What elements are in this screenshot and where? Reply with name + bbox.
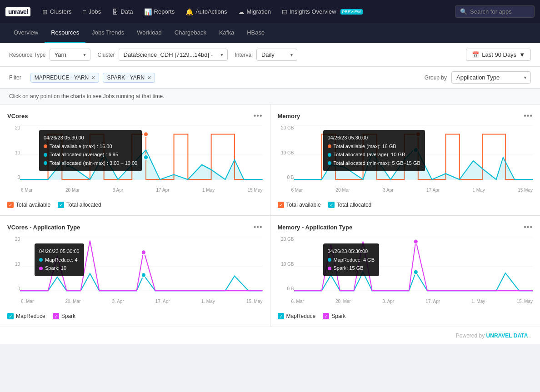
vcores-chart-title: VCores	[7, 113, 28, 119]
group-by-select[interactable]: Application Type	[451, 71, 531, 84]
vcores-legend-available: ✓ Total available	[7, 202, 50, 208]
filter-tag-mapreduce: MAPREDUCE - YARN ×	[30, 73, 100, 83]
tab-chargeback[interactable]: Chargeback	[168, 23, 213, 43]
cluster-select-wrapper: DataScience_CDH [7129...14bd] - YARN	[119, 49, 228, 61]
vcores-app-chart-card: VCores - Application Type ••• 20 10 0	[0, 216, 270, 327]
cluster-label: Cluster	[98, 52, 115, 58]
vcores-chart-area[interactable]: 20 10 0 04/26	[7, 125, 263, 198]
nav-autoactions[interactable]: 🔔 AutoActions	[181, 5, 231, 18]
memory-legend-available: ✓ Total available	[278, 202, 321, 208]
nav-data[interactable]: 🗄 Data	[107, 5, 137, 18]
vcores-spark-check[interactable]: ✓	[53, 313, 59, 319]
nav-clusters[interactable]: ⊞ Clusters	[38, 5, 76, 18]
data-icon: 🗄	[112, 8, 118, 15]
charts-grid: VCores ••• 20 10 0	[0, 104, 540, 327]
svg-point-5	[144, 155, 148, 160]
filter-tag-spark-text: SPARK - YARN	[107, 74, 145, 81]
brand-link[interactable]: UNRAVEL DATA	[486, 332, 528, 339]
memory-app-chart-area[interactable]: 20 GB 10 GB 0 B 04/26/23 05:30:00	[278, 237, 533, 309]
group-by-label: Group by	[425, 74, 447, 81]
memory-available-check[interactable]: ✓	[278, 202, 284, 208]
tab-workload[interactable]: Workload	[130, 23, 168, 43]
memory-app-chart-title: Memory - Application Type	[278, 224, 353, 231]
tab-kafka[interactable]: Kafka	[213, 23, 240, 43]
vcores-chart-card: VCores ••• 20 10 0	[0, 104, 270, 215]
vcores-mapreduce-check[interactable]: ✓	[7, 313, 14, 319]
tab-resources[interactable]: Resources	[45, 23, 85, 43]
svg-point-16	[141, 250, 146, 255]
reports-icon: 📊	[144, 8, 152, 15]
tab-overview[interactable]: Overview	[7, 23, 45, 43]
memory-app-chart-card: Memory - Application Type ••• 20 GB 10 G…	[270, 216, 540, 327]
info-bar: Click on any point on the charts to see …	[0, 89, 540, 104]
vcores-x-axis: 6 Mar 20 Mar 3 Apr 17 Apr 1 May 15 May	[7, 186, 263, 193]
memory-app-x-axis: 6. Mar 20. Mar 3. Apr 17. Apr 1. May 15.…	[278, 297, 533, 304]
vcores-app-more-button[interactable]: •••	[254, 223, 263, 231]
top-nav: unravel ⊞ Clusters ≡ Jobs 🗄 Data 📊 Repor…	[0, 0, 540, 23]
vcores-legend-allocated: ✓ Total allocated	[58, 202, 101, 208]
filter-tags: MAPREDUCE - YARN × SPARK - YARN ×	[30, 73, 415, 83]
svg-point-20	[413, 270, 418, 275]
date-range-button[interactable]: 📅 Last 90 Days ▼	[466, 49, 531, 61]
vcores-available-check[interactable]: ✓	[7, 202, 14, 208]
svg-point-10	[415, 132, 420, 137]
search-box[interactable]: 🔍 Search for apps	[455, 5, 535, 18]
tab-hbase[interactable]: HBase	[240, 23, 271, 43]
group-by-select-wrapper: Application Type	[451, 71, 531, 84]
memory-app-more-button[interactable]: •••	[524, 223, 533, 231]
memory-app-chart-header: Memory - Application Type •••	[278, 223, 533, 231]
autoactions-icon: 🔔	[185, 8, 193, 15]
memory-spark-check[interactable]: ✓	[323, 313, 329, 319]
cluster-select[interactable]: DataScience_CDH [7129...14bd] - YARN	[119, 49, 228, 61]
interval-group: Interval Daily	[235, 49, 297, 61]
memory-app-legend: ✓ MapReduce ✓ Spark	[278, 313, 533, 319]
memory-chart-title: Memory	[278, 113, 300, 119]
tab-jobs-trends[interactable]: Jobs Trends	[85, 23, 130, 43]
filter-label: Filter	[9, 74, 21, 81]
search-icon: 🔍	[460, 8, 467, 15]
vcores-chart-header: VCores •••	[7, 112, 263, 120]
memory-mapreduce-check[interactable]: ✓	[278, 313, 284, 319]
memory-more-button[interactable]: •••	[524, 112, 533, 120]
vcores-legend: ✓ Total available ✓ Total allocated	[7, 202, 263, 208]
nav-jobs[interactable]: ≡ Jobs	[78, 5, 106, 18]
clusters-icon: ⊞	[42, 8, 48, 15]
filter-tag-mapreduce-text: MAPREDUCE - YARN	[35, 74, 89, 81]
interval-select[interactable]: Daily	[256, 49, 297, 61]
memory-allocated-check[interactable]: ✓	[328, 202, 335, 208]
nav-reports[interactable]: 📊 Reports	[140, 5, 180, 18]
nav-insights[interactable]: ⊟ Insights Overview PREVIEW	[277, 5, 367, 18]
resource-type-select[interactable]: Yarn	[50, 49, 90, 61]
vcores-app-legend: ✓ MapReduce ✓ Spark	[7, 313, 263, 319]
filter-row: Filter MAPREDUCE - YARN × SPARK - YARN ×…	[0, 67, 540, 89]
footer: Powered by UNRAVEL DATA .	[0, 327, 540, 344]
vcores-app-chart-area[interactable]: 20 10 0 04/26/23 05:30:00	[7, 237, 263, 309]
memory-legend-allocated: ✓ Total allocated	[328, 202, 372, 208]
logo-text: unravel	[5, 7, 30, 16]
controls-bar: Resource Type Yarn Cluster DataScience_C…	[0, 43, 540, 67]
filter-tag-spark: SPARK - YARN ×	[103, 73, 155, 83]
vcores-app-legend-spark: ✓ Spark	[53, 313, 75, 319]
filter-tag-mapreduce-remove[interactable]: ×	[91, 74, 95, 81]
resource-type-select-wrapper: Yarn	[50, 49, 90, 61]
filter-tag-spark-remove[interactable]: ×	[147, 74, 151, 81]
group-by-section: Group by Application Type	[425, 71, 531, 84]
svg-point-4	[144, 132, 148, 137]
memory-legend: ✓ Total available ✓ Total allocated	[278, 202, 533, 208]
svg-point-15	[141, 273, 146, 278]
chevron-down-icon: ▼	[519, 51, 525, 58]
date-range-label: Last 90 Days	[482, 51, 516, 58]
svg-point-21	[413, 239, 418, 244]
vcores-app-chart-header: VCores - Application Type •••	[7, 223, 263, 231]
logo: unravel	[5, 7, 30, 16]
vcores-more-button[interactable]: •••	[254, 112, 263, 120]
jobs-icon: ≡	[83, 8, 86, 15]
nav-migration[interactable]: ☁ Migration	[234, 5, 275, 18]
memory-x-axis: 6 Mar 20 Mar 3 Apr 17 Apr 1 May 15 May	[278, 186, 533, 193]
calendar-icon: 📅	[472, 51, 479, 58]
vcores-allocated-check[interactable]: ✓	[58, 202, 64, 208]
svg-point-11	[413, 148, 418, 153]
memory-chart-area[interactable]: 20 GB 10 GB 0 B 04/26/23 05:30:00	[278, 125, 533, 198]
svg-marker-9	[294, 148, 533, 179]
preview-badge: PREVIEW	[340, 9, 363, 15]
